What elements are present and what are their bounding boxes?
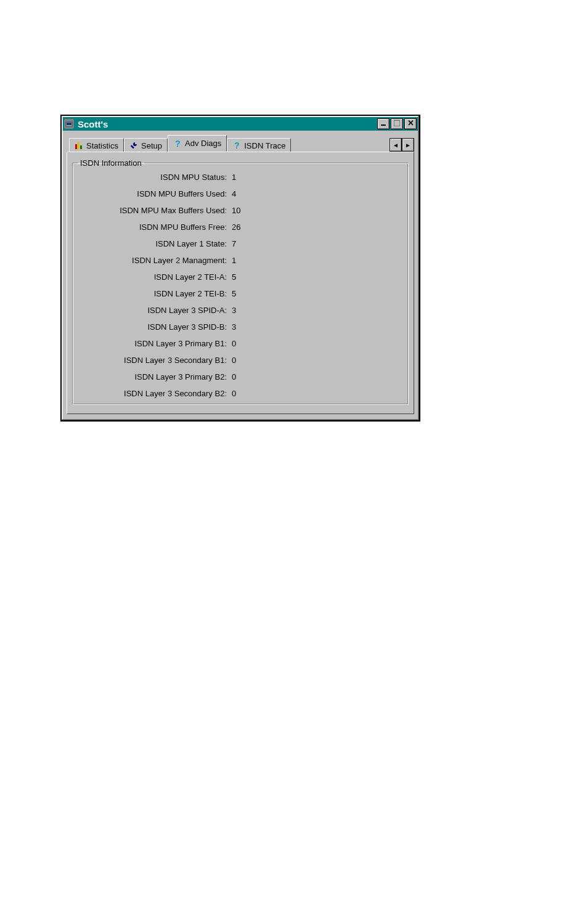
field-value: 0 bbox=[232, 339, 403, 348]
tab-strip: Statistics Setup ? bbox=[67, 136, 414, 152]
field-value: 0 bbox=[232, 389, 403, 398]
close-icon: ✕ bbox=[407, 119, 414, 127]
tab-scroll: ◄ ► bbox=[390, 138, 414, 152]
tab-setup[interactable]: Setup bbox=[124, 138, 168, 152]
statistics-icon bbox=[75, 141, 83, 150]
field-label: ISDN Layer 3 Secondary B2: bbox=[78, 389, 232, 398]
field-label: ISDN Layer 3 SPID-A: bbox=[78, 306, 232, 315]
help-icon: ? bbox=[232, 141, 241, 150]
field-label: ISDN MPU Status: bbox=[78, 173, 232, 182]
field-label: ISDN MPU Max Buffers Used: bbox=[78, 206, 232, 215]
svg-rect-3 bbox=[78, 142, 80, 149]
client-area: Statistics Setup ? bbox=[62, 132, 419, 420]
tab-label: Statistics bbox=[86, 141, 118, 150]
field-label: ISDN Layer 3 Primary B2: bbox=[78, 372, 232, 381]
field-value: 3 bbox=[232, 322, 403, 332]
tab-isdn-trace[interactable]: ? ISDN Trace bbox=[227, 138, 291, 152]
tab-scroll-right-button[interactable]: ► bbox=[402, 138, 414, 152]
field-value: 4 bbox=[232, 189, 403, 198]
tab-statistics[interactable]: Statistics bbox=[69, 138, 124, 152]
group-legend: ISDN Information bbox=[78, 158, 144, 168]
maximize-button bbox=[391, 118, 403, 129]
field-value: 7 bbox=[232, 239, 403, 248]
help-icon: ? bbox=[173, 139, 182, 148]
field-value: 26 bbox=[232, 222, 403, 232]
tab-adv-diags[interactable]: ? Adv Diags bbox=[168, 135, 227, 152]
field-value: 1 bbox=[232, 256, 403, 265]
field-label: ISDN Layer 3 Secondary B1: bbox=[78, 356, 232, 365]
tab-panel-adv-diags: ISDN Information ISDN MPU Status: 1 ISDN… bbox=[67, 152, 414, 414]
tab-label: Setup bbox=[141, 141, 162, 150]
tab-scroll-left-button[interactable]: ◄ bbox=[390, 138, 402, 152]
field-value: 0 bbox=[232, 356, 403, 365]
app-window: Scott's ✕ bbox=[60, 115, 420, 422]
svg-rect-1 bbox=[67, 123, 71, 125]
field-label: ISDN MPU Buffers Used: bbox=[78, 189, 232, 198]
wrench-icon bbox=[129, 141, 138, 150]
chevron-left-icon: ◄ bbox=[393, 142, 399, 149]
svg-rect-2 bbox=[75, 144, 77, 149]
field-label: ISDN Layer 2 Managment: bbox=[78, 256, 232, 265]
maximize-icon bbox=[394, 120, 400, 126]
field-value: 5 bbox=[232, 289, 403, 298]
field-value: 1 bbox=[232, 173, 403, 182]
isdn-info-grid: ISDN MPU Status: 1 ISDN MPU Buffers Used… bbox=[78, 173, 403, 398]
isdn-information-group: ISDN Information ISDN MPU Status: 1 ISDN… bbox=[72, 158, 409, 405]
minimize-icon bbox=[381, 124, 386, 126]
field-label: ISDN Layer 3 SPID-B: bbox=[78, 322, 232, 332]
field-label: ISDN Layer 2 TEI-B: bbox=[78, 289, 232, 298]
titlebar[interactable]: Scott's ✕ bbox=[63, 117, 418, 131]
window-title: Scott's bbox=[76, 119, 376, 129]
field-value: 10 bbox=[232, 206, 403, 215]
field-value: 3 bbox=[232, 306, 403, 315]
field-value: 0 bbox=[232, 372, 403, 381]
tab-label: Adv Diags bbox=[185, 139, 221, 148]
tab-label: ISDN Trace bbox=[244, 141, 285, 150]
app-icon bbox=[64, 119, 74, 129]
field-label: ISDN MPU Buffers Free: bbox=[78, 222, 232, 232]
chevron-right-icon: ► bbox=[405, 142, 411, 149]
field-label: ISDN Layer 2 TEI-A: bbox=[78, 272, 232, 282]
close-button[interactable]: ✕ bbox=[404, 118, 417, 129]
field-value: 5 bbox=[232, 272, 403, 282]
svg-rect-4 bbox=[80, 145, 82, 149]
minimize-button[interactable] bbox=[377, 118, 390, 129]
field-label: ISDN Layer 3 Primary B1: bbox=[78, 339, 232, 348]
svg-text:?: ? bbox=[234, 141, 240, 150]
field-label: ISDN Layer 1 State: bbox=[78, 239, 232, 248]
svg-text:?: ? bbox=[175, 139, 181, 148]
